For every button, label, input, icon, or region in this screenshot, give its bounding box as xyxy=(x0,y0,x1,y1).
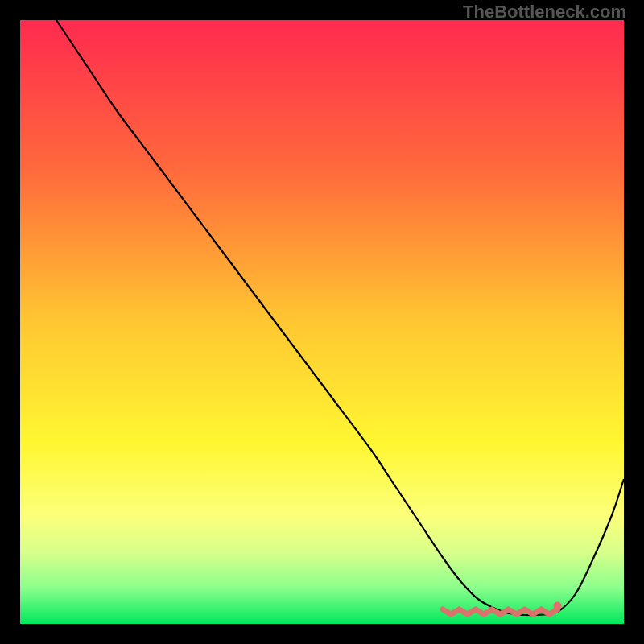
chart-plot-area xyxy=(20,20,624,624)
watermark-text: TheBottleneck.com xyxy=(463,2,626,23)
chart-svg xyxy=(20,20,624,624)
chart-background-gradient xyxy=(20,20,624,624)
marker-point xyxy=(554,602,562,610)
